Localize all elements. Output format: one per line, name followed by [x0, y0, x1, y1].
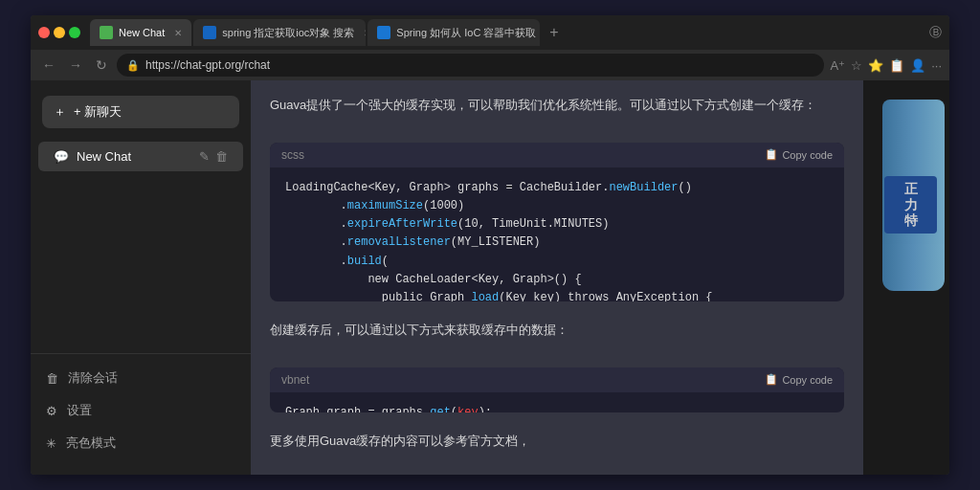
bing-button[interactable]: Ⓑ [929, 24, 942, 41]
chat-item-label: New Chat [77, 149, 131, 164]
chat-list: 💬 New Chat ✎ 🗑 [31, 136, 251, 353]
url-text: https://chat-gpt.org/rchat [145, 58, 270, 72]
share-button[interactable]: 📋 [889, 58, 904, 73]
theme-label: 亮色模式 [66, 434, 116, 452]
middle-text: 创建缓存后，可以通过以下方式来获取缓存中的数据： [270, 321, 844, 341]
browser-action-buttons: Ⓑ [929, 24, 942, 41]
copy-icon-1: 📋 [765, 148, 778, 161]
tab-close-chat[interactable]: ✕ [174, 28, 182, 38]
tabs-container: New Chat ✕ spring 指定获取ioc对象 搜索 ✕ Spring … [90, 19, 925, 46]
code-content-1: LoadingCache<Key, Graph> graphs = CacheB… [270, 167, 844, 301]
delete-icon[interactable]: 🗑 [215, 149, 228, 164]
trash-icon: 🗑 [46, 371, 58, 386]
bottle-brand-line3: 特 [904, 212, 918, 229]
code-lang-2: vbnet [281, 373, 309, 387]
code-block-2-header: vbnet 📋 Copy code [270, 368, 844, 392]
right-panel: 正 力 特 [863, 80, 949, 475]
theme-icon: ✳ [46, 436, 56, 451]
tab-label-ioc: Spring 如何从 IoC 容器中获取 ... [396, 26, 540, 40]
address-bar[interactable]: 🔒 https://chat-gpt.org/rchat [117, 54, 824, 77]
code-block-1: scss 📋 Copy code LoadingCache<Key, Graph… [270, 143, 844, 301]
settings-label: 设置 [67, 402, 92, 419]
tab-icon-chat [100, 26, 113, 39]
reading-list-button[interactable]: ⭐ [868, 58, 883, 73]
settings-button[interactable]: ⚙ 设置 [31, 394, 251, 427]
more-button[interactable]: ··· [931, 58, 942, 73]
tab-bar: New Chat ✕ spring 指定获取ioc对象 搜索 ✕ Spring … [31, 15, 949, 50]
chat-icon: 💬 [54, 149, 69, 164]
main-content: ＋ + 新聊天 💬 New Chat ✎ 🗑 🗑 清除会话 [31, 80, 949, 475]
edit-icon[interactable]: ✎ [199, 149, 210, 164]
minimize-button[interactable] [54, 27, 65, 38]
footer-text: 更多使用Guava缓存的内容可以参考官方文档， [270, 432, 844, 452]
browser-window: New Chat ✕ spring 指定获取ioc对象 搜索 ✕ Spring … [31, 15, 949, 475]
address-bar-row: ← → ↻ 🔒 https://chat-gpt.org/rchat A⁺ ☆ … [31, 50, 949, 80]
code-lang-1: scss [281, 148, 304, 162]
clear-chat-button[interactable]: 🗑 清除会话 [31, 362, 251, 394]
copy-button-1[interactable]: 📋 Copy code [765, 148, 833, 161]
copy-label-2: Copy code [782, 374, 833, 386]
new-tab-button[interactable]: + [542, 24, 566, 41]
tab-spring-search[interactable]: spring 指定获取ioc对象 搜索 ✕ [193, 19, 366, 46]
lock-icon: 🔒 [126, 59, 140, 72]
new-chat-button[interactable]: ＋ + 新聊天 [42, 96, 239, 128]
bottle-decoration: 正 力 特 [882, 100, 945, 291]
code-block-1-header: scss 📋 Copy code [270, 143, 844, 167]
chat-area: Guava提供了一个强大的缓存实现，可以帮助我们优化系统性能。可以通过以下方式创… [251, 80, 863, 475]
sidebar: ＋ + 新聊天 💬 New Chat ✎ 🗑 🗑 清除会话 [31, 80, 251, 475]
maximize-button[interactable] [69, 27, 80, 38]
copy-icon-2: 📋 [765, 373, 778, 386]
close-button[interactable] [38, 27, 50, 38]
tab-new-chat[interactable]: New Chat ✕ [90, 19, 191, 46]
code-block-2: vbnet 📋 Copy code Graph graph = graphs.g… [270, 368, 844, 413]
window-controls [38, 27, 80, 38]
translate-button[interactable]: A⁺ [830, 58, 845, 73]
code-content-2: Graph graph = graphs.get(key); [270, 392, 844, 413]
forward-button[interactable]: → [65, 56, 86, 75]
tab-label-chat: New Chat [119, 27, 165, 38]
tab-icon-ioc [377, 26, 390, 39]
bottle-brand-line1: 正 [904, 181, 918, 197]
copy-label-1: Copy code [782, 149, 833, 161]
intro-text: Guava提供了一个强大的缓存实现，可以帮助我们优化系统性能。可以通过以下方式创… [270, 96, 844, 116]
profile-button[interactable]: 👤 [910, 58, 925, 73]
new-chat-label: + 新聊天 [74, 103, 122, 121]
theme-button[interactable]: ✳ 亮色模式 [31, 427, 251, 459]
sidebar-item-chat1[interactable]: 💬 New Chat ✎ 🗑 [38, 142, 243, 171]
tab-label-search: spring 指定获取ioc对象 搜索 [222, 26, 354, 40]
tab-close-search[interactable]: ✕ [364, 28, 366, 38]
tab-spring-ioc[interactable]: Spring 如何从 IoC 容器中获取 ... ✕ [368, 19, 540, 46]
bottle-brand-line2: 力 [904, 197, 918, 213]
copy-button-2[interactable]: 📋 Copy code [765, 373, 833, 386]
back-button[interactable]: ← [38, 56, 59, 75]
refresh-button[interactable]: ↻ [92, 56, 111, 75]
chat-item-actions: ✎ 🗑 [199, 149, 228, 164]
settings-icon: ⚙ [46, 404, 57, 418]
bottle-label: 正 力 特 [884, 176, 937, 234]
clear-chat-label: 清除会话 [68, 369, 118, 387]
tab-icon-search [203, 26, 216, 39]
new-chat-plus-icon: ＋ [54, 103, 66, 121]
sidebar-bottom: 🗑 清除会话 ⚙ 设置 ✳ 亮色模式 [31, 353, 251, 467]
favorites-button[interactable]: ☆ [851, 58, 862, 73]
